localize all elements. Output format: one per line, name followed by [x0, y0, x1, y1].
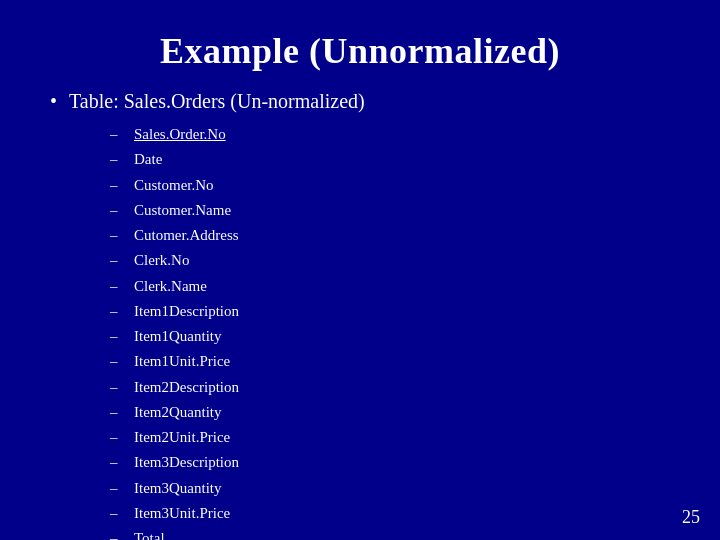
field-label: Customer.Name [134, 199, 231, 222]
list-item: –Item3Quantity [110, 477, 670, 500]
field-label: Item3Description [134, 451, 239, 474]
list-item: –Customer.Name [110, 199, 670, 222]
slide: Example (Unnormalized) • Table: Sales.Or… [0, 0, 720, 540]
field-label: Item2Quantity [134, 401, 221, 424]
field-label: Total [134, 527, 165, 540]
field-label: Item2Unit.Price [134, 426, 230, 449]
list-item: –Customer.No [110, 174, 670, 197]
list-item: –Item2Quantity [110, 401, 670, 424]
dash-icon: – [110, 300, 124, 323]
list-item: –Item2Unit.Price [110, 426, 670, 449]
list-item: –Item3Unit.Price [110, 502, 670, 525]
page-number: 25 [682, 507, 700, 528]
field-label: Clerk.Name [134, 275, 207, 298]
dash-icon: – [110, 224, 124, 247]
list-item: –Clerk.Name [110, 275, 670, 298]
list-item: –Date [110, 148, 670, 171]
field-label: Cutomer.Address [134, 224, 239, 247]
dash-icon: – [110, 249, 124, 272]
dash-icon: – [110, 477, 124, 500]
list-item: –Item1Unit.Price [110, 350, 670, 373]
field-label: Item2Description [134, 376, 239, 399]
slide-title: Example (Unnormalized) [50, 30, 670, 72]
list-item: –Clerk.No [110, 249, 670, 272]
dash-icon: – [110, 174, 124, 197]
dash-icon: – [110, 527, 124, 540]
dash-icon: – [110, 325, 124, 348]
dash-icon: – [110, 199, 124, 222]
fields-list: –Sales.Order.No–Date–Customer.No–Custome… [50, 123, 670, 540]
subtitle-text: Table: Sales.Orders (Un-normalized) [69, 90, 365, 113]
list-item: –Item2Description [110, 376, 670, 399]
field-label: Item1Unit.Price [134, 350, 230, 373]
list-item: –Item1Quantity [110, 325, 670, 348]
list-item: –Item1Description [110, 300, 670, 323]
dash-icon: – [110, 376, 124, 399]
dash-icon: – [110, 502, 124, 525]
dash-icon: – [110, 451, 124, 474]
slide-subtitle: • Table: Sales.Orders (Un-normalized) [50, 90, 670, 113]
dash-icon: – [110, 148, 124, 171]
dash-icon: – [110, 123, 124, 146]
bullet-icon: • [50, 90, 57, 113]
list-item: –Item3Description [110, 451, 670, 474]
field-label: Customer.No [134, 174, 214, 197]
dash-icon: – [110, 401, 124, 424]
list-item: –Cutomer.Address [110, 224, 670, 247]
field-label: Item3Unit.Price [134, 502, 230, 525]
field-label: Sales.Order.No [134, 123, 226, 146]
field-label: Date [134, 148, 162, 171]
field-label: Item3Quantity [134, 477, 221, 500]
field-label: Item1Quantity [134, 325, 221, 348]
dash-icon: – [110, 426, 124, 449]
field-label: Item1Description [134, 300, 239, 323]
dash-icon: – [110, 350, 124, 373]
dash-icon: – [110, 275, 124, 298]
list-item: –Sales.Order.No [110, 123, 670, 146]
list-item: –Total [110, 527, 670, 540]
field-label: Clerk.No [134, 249, 189, 272]
